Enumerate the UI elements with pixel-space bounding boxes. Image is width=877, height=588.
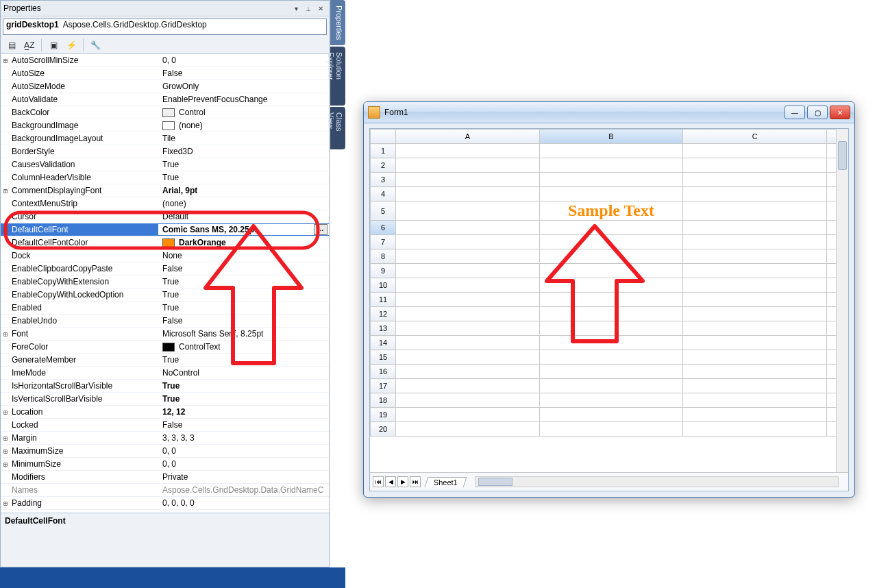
expand-icon[interactable]: ⊞ — [1, 187, 10, 195]
cell[interactable] — [683, 264, 827, 278]
property-row[interactable]: ForeColorControlText — [1, 341, 329, 354]
property-value[interactable]: Default — [158, 212, 329, 221]
form-titlebar[interactable]: Form1 — ▢ ✕ — [364, 102, 854, 123]
object-selector[interactable]: gridDesktop1 Aspose.Cells.GridDesktop.Gr… — [3, 19, 327, 35]
cell[interactable] — [396, 221, 540, 235]
property-row[interactable]: ⊞Location12, 12 — [1, 406, 329, 419]
property-value[interactable]: True — [158, 394, 329, 404]
cell[interactable] — [539, 187, 683, 201]
property-row[interactable]: ImeModeNoControl — [1, 367, 329, 380]
expand-icon[interactable]: ⊞ — [1, 330, 10, 338]
property-value[interactable]: Control — [158, 108, 329, 117]
cell[interactable] — [539, 350, 683, 365]
property-row[interactable]: EnabledTrue — [1, 302, 329, 315]
cell[interactable] — [396, 379, 540, 393]
property-value[interactable]: False — [158, 264, 329, 273]
property-row[interactable]: ⊞MinimumSize0, 0 — [1, 458, 329, 471]
horizontal-scrollbar[interactable] — [475, 476, 839, 487]
property-value[interactable]: True — [158, 290, 329, 299]
cell[interactable] — [683, 221, 827, 235]
expand-icon[interactable]: ⊞ — [1, 434, 10, 442]
property-value[interactable]: Tile — [158, 134, 329, 143]
row-header[interactable]: 12 — [371, 307, 396, 321]
cell[interactable] — [683, 393, 827, 408]
minimize-button[interactable]: — — [785, 106, 805, 119]
property-row[interactable]: EnableCopyWithExtensionTrue — [1, 275, 329, 289]
property-row[interactable]: ⊞CommentDisplayingFontArial, 9pt — [1, 184, 329, 197]
cell[interactable] — [683, 144, 827, 158]
cell[interactable] — [396, 408, 540, 422]
cell[interactable] — [539, 365, 683, 379]
property-row[interactable]: ModifiersPrivate — [1, 471, 329, 484]
property-value[interactable]: Fixed3D — [158, 147, 329, 156]
cell[interactable] — [683, 350, 827, 365]
cell[interactable] — [396, 249, 540, 264]
tab-properties[interactable]: Properties — [330, 0, 345, 45]
row-header[interactable]: 6 — [371, 221, 396, 235]
cell[interactable] — [396, 350, 540, 365]
cell[interactable] — [539, 321, 683, 336]
corner-cell[interactable] — [371, 130, 396, 144]
row-header[interactable]: 3 — [371, 173, 396, 187]
cell[interactable] — [539, 144, 683, 158]
row-header[interactable]: 15 — [371, 350, 396, 365]
property-value[interactable]: None — [158, 251, 329, 260]
cell[interactable] — [683, 336, 827, 350]
cell[interactable] — [683, 422, 827, 437]
nav-first-icon[interactable]: ⏮ — [373, 476, 384, 487]
property-value[interactable]: 12, 12 — [158, 407, 329, 417]
close-icon[interactable]: ✕ — [315, 3, 326, 14]
cell[interactable] — [396, 278, 540, 293]
property-value[interactable]: True — [158, 303, 329, 313]
property-row[interactable]: EnableClipboardCopyPasteFalse — [1, 262, 329, 275]
cell[interactable] — [396, 336, 540, 350]
row-header[interactable]: 14 — [371, 336, 396, 350]
property-value[interactable]: True — [158, 160, 329, 169]
expand-icon[interactable]: ⊞ — [1, 461, 10, 468]
pin-icon[interactable]: ⟂ — [303, 3, 314, 14]
property-row[interactable]: ContextMenuStrip(none) — [1, 197, 329, 210]
cell[interactable] — [396, 173, 540, 187]
cell[interactable] — [396, 321, 540, 336]
cell[interactable] — [396, 365, 540, 379]
column-header[interactable]: B — [539, 130, 683, 144]
cell[interactable] — [683, 278, 827, 293]
close-button[interactable]: ✕ — [830, 106, 850, 119]
property-row[interactable]: LockedFalse — [1, 419, 329, 432]
dropdown-icon[interactable]: ▾ — [291, 3, 301, 14]
property-value[interactable]: Microsoft Sans Serif, 8.25pt — [158, 329, 329, 339]
property-value[interactable]: 0, 0, 0, 0 — [158, 498, 329, 508]
property-value[interactable]: True — [158, 277, 329, 286]
property-row[interactable]: BackColorControl — [1, 106, 329, 119]
maximize-button[interactable]: ▢ — [807, 106, 828, 119]
property-row[interactable]: ColumnHeaderVisibleTrue — [1, 171, 329, 184]
cell[interactable]: Sample Text — [539, 201, 683, 221]
property-row[interactable]: ⊞FontMicrosoft Sans Serif, 8.25pt — [1, 328, 329, 341]
property-row[interactable]: ⊞Padding0, 0, 0, 0 — [1, 497, 329, 510]
row-header[interactable]: 10 — [371, 278, 396, 293]
nav-prev-icon[interactable]: ◀ — [385, 476, 396, 487]
property-value[interactable]: NoControl — [158, 368, 329, 378]
row-header[interactable]: 17 — [371, 379, 396, 393]
expand-icon[interactable]: ⊞ — [1, 57, 10, 64]
property-row[interactable]: ⊞Margin3, 3, 3, 3 — [1, 432, 329, 445]
property-row[interactable]: AutoSizeModeGrowOnly — [1, 80, 329, 93]
cell[interactable] — [539, 173, 683, 187]
property-value[interactable]: True — [158, 355, 329, 365]
cell[interactable] — [539, 278, 683, 293]
property-value[interactable]: DarkOrange — [158, 238, 329, 247]
property-row[interactable]: DockNone — [1, 249, 329, 262]
property-row[interactable]: ⊞MaximumSize0, 0 — [1, 445, 329, 458]
property-value[interactable]: 0, 0 — [158, 446, 329, 456]
property-row[interactable]: IsHorizontalScrollBarVisibleTrue — [1, 380, 329, 393]
property-row[interactable]: CausesValidationTrue — [1, 158, 329, 171]
alphabetical-icon[interactable]: A̲Z — [21, 38, 38, 53]
property-row[interactable]: DefaultCellFontColorDarkOrange — [1, 236, 329, 249]
row-header[interactable]: 16 — [371, 365, 396, 379]
cell[interactable] — [683, 173, 827, 187]
tab-class-view[interactable]: Class View — [330, 107, 345, 149]
sheet-grid[interactable]: ABC12345Sample Text678910111213141516171… — [370, 129, 848, 437]
nav-next-icon[interactable]: ▶ — [397, 476, 408, 487]
property-value[interactable]: False — [158, 69, 329, 78]
cell[interactable] — [396, 201, 540, 221]
